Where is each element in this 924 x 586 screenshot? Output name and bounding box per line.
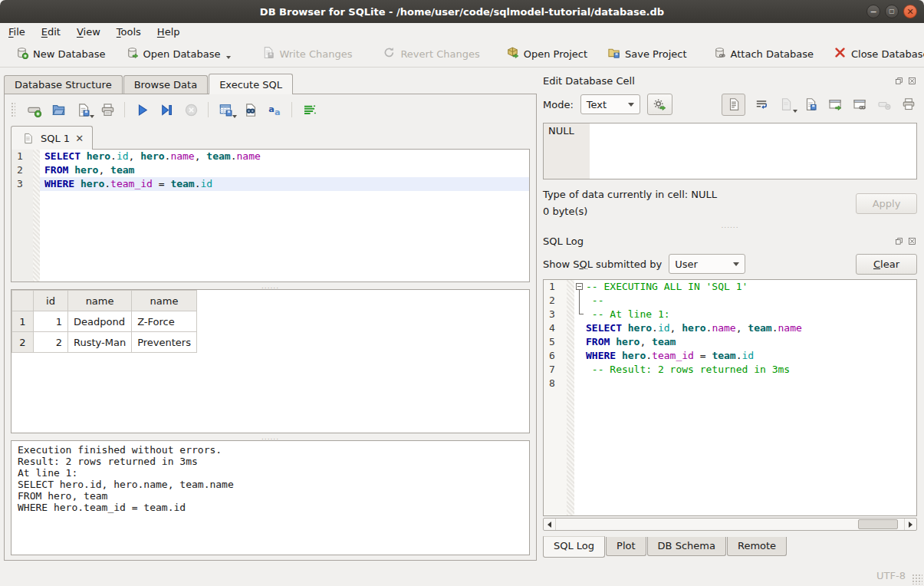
table-cell[interactable]: Z-Force <box>132 311 197 332</box>
bottom-tab-remote[interactable]: Remote <box>727 537 787 556</box>
cell-value-editor[interactable]: NULL <box>543 123 917 179</box>
splitter-handle[interactable]: ...... <box>11 282 530 289</box>
table-cell[interactable]: Preventers <box>132 332 197 353</box>
menu-file[interactable]: File <box>8 26 25 38</box>
table-cell[interactable]: 1 <box>34 311 68 332</box>
toolbar-separator <box>208 102 209 117</box>
tab-execute-sql[interactable]: Execute SQL <box>209 74 293 94</box>
log-horizontal-scrollbar[interactable] <box>543 518 917 531</box>
line-number: 5 <box>544 335 567 349</box>
chevron-down-icon[interactable] <box>226 56 231 59</box>
sql-tab[interactable]: SQL 1 ✕ <box>11 126 93 150</box>
auto-complete-icon[interactable]: aa <box>267 102 282 117</box>
toolbar-button-label: Open Database <box>143 48 221 60</box>
scrollbar-thumb[interactable] <box>858 519 898 529</box>
code-line: 3 -- At line 1: <box>544 308 916 321</box>
export-data-icon[interactable] <box>802 96 819 113</box>
fold-marker[interactable] <box>574 280 586 294</box>
new-sql-tab-icon[interactable] <box>26 102 41 117</box>
mode-label: Mode: <box>543 99 574 110</box>
dock-splitter-handle[interactable]: ...... <box>543 220 917 231</box>
scroll-left-icon[interactable] <box>544 519 556 530</box>
right-pane: Edit Database Cell Mode: Text NULL Type … <box>537 67 924 565</box>
cell-value-area[interactable] <box>590 123 916 179</box>
log-source-select[interactable]: User <box>669 254 745 274</box>
maximize-button[interactable]: ▢ <box>885 5 899 18</box>
open-database-button[interactable]: Open Database <box>120 43 238 64</box>
open-sql-file-icon[interactable] <box>51 102 66 117</box>
stop-execution-icon[interactable] <box>183 102 199 117</box>
chevron-down-icon[interactable] <box>793 110 797 113</box>
attach-database-button[interactable]: Attach Database <box>707 43 820 64</box>
set-null-icon[interactable] <box>876 96 893 113</box>
code-text: SELECT hero.id, hero.name, team.name <box>586 321 802 335</box>
splitter-handle[interactable]: ...... <box>11 433 530 440</box>
menu-bar: FileEditViewToolsHelp <box>0 23 924 41</box>
row-number[interactable]: 1 <box>12 311 34 332</box>
mode-select[interactable]: Text <box>580 94 640 114</box>
sql-document-icon <box>20 130 35 146</box>
save-results-icon[interactable] <box>218 102 233 117</box>
minimize-button[interactable]: − <box>866 5 880 18</box>
code-token: -- At line 1: <box>586 308 670 320</box>
apply-button[interactable]: Apply <box>856 193 917 214</box>
execute-current-line-icon[interactable] <box>159 102 174 117</box>
code-token: team <box>110 164 134 176</box>
write-changes-button[interactable]: Write Changes <box>255 43 358 64</box>
close-button[interactable]: ✕ <box>903 5 917 18</box>
word-wrap-icon[interactable] <box>753 96 770 113</box>
column-header[interactable]: id <box>34 291 68 311</box>
save-project-button[interactable]: Save Project <box>601 43 693 64</box>
execute-all-icon[interactable] <box>134 102 150 117</box>
menu-tools[interactable]: Tools <box>117 26 141 38</box>
bottom-tab-sql-log[interactable]: SQL Log <box>543 536 605 558</box>
menu-help[interactable]: Help <box>157 26 180 38</box>
tab-browse-data[interactable]: Browse Data <box>123 75 209 94</box>
format-sql-icon[interactable] <box>301 102 317 117</box>
menu-view[interactable]: View <box>77 26 100 38</box>
clear-log-button[interactable]: Clear <box>856 254 917 275</box>
row-number[interactable]: 2 <box>12 332 34 353</box>
chevron-down-icon[interactable] <box>232 115 237 118</box>
sql-log-view[interactable]: 1-- EXECUTING ALL IN 'SQL 1'2 --3 -- At … <box>543 279 917 516</box>
revert-changes-button[interactable]: Revert Changes <box>377 43 485 64</box>
db-new-icon <box>15 46 28 61</box>
resize-grip-icon[interactable] <box>912 574 922 584</box>
new-database-button[interactable]: New Database <box>9 43 112 64</box>
print-sql-icon[interactable] <box>100 102 115 117</box>
scroll-right-icon[interactable] <box>904 519 916 530</box>
print-cell-icon[interactable] <box>900 96 917 113</box>
close-dock-icon[interactable] <box>907 236 917 246</box>
column-header[interactable]: name <box>68 291 132 311</box>
float-dock-icon[interactable] <box>894 236 904 246</box>
bottom-tab-db-schema[interactable]: DB Schema <box>647 537 726 556</box>
save-sql-file-icon[interactable] <box>75 102 90 117</box>
line-number: 2 <box>544 294 567 308</box>
chevron-down-icon[interactable] <box>90 115 94 118</box>
column-header[interactable]: name <box>132 291 197 311</box>
import-data-icon[interactable] <box>778 96 794 113</box>
text-mode-icon[interactable] <box>722 94 745 116</box>
close-dock-icon[interactable] <box>907 76 917 86</box>
code-token: . <box>110 150 117 162</box>
title-bar[interactable]: DB Browser for SQLite - /home/user/code/… <box>0 0 924 23</box>
toolbar-drag-handle[interactable] <box>11 102 15 117</box>
bottom-tab-plot[interactable]: Plot <box>606 537 646 556</box>
copy-link-icon[interactable] <box>851 96 868 113</box>
table-cell[interactable]: Rusty-Man <box>68 332 132 353</box>
find-in-sql-icon[interactable] <box>242 102 258 117</box>
auto-switch-mode-button[interactable] <box>647 94 672 115</box>
menu-edit[interactable]: Edit <box>41 26 61 38</box>
close-database-button[interactable]: Close Database <box>827 43 924 64</box>
table-cell[interactable]: 2 <box>34 332 68 353</box>
sql-tab-bar: SQL 1 ✕ <box>11 123 530 149</box>
open-project-icon <box>506 46 519 61</box>
code-token: id <box>117 150 129 162</box>
open-external-icon[interactable] <box>827 96 843 113</box>
tab-database-structure[interactable]: Database Structure <box>4 75 123 94</box>
float-dock-icon[interactable] <box>894 76 904 86</box>
open-project-button[interactable]: Open Project <box>500 43 594 64</box>
sql-tab-close-icon[interactable]: ✕ <box>75 133 84 144</box>
sql-editor[interactable]: 1SELECT hero.id, hero.name, team.name2FR… <box>11 149 530 282</box>
table-cell[interactable]: Deadpond <box>68 311 132 332</box>
